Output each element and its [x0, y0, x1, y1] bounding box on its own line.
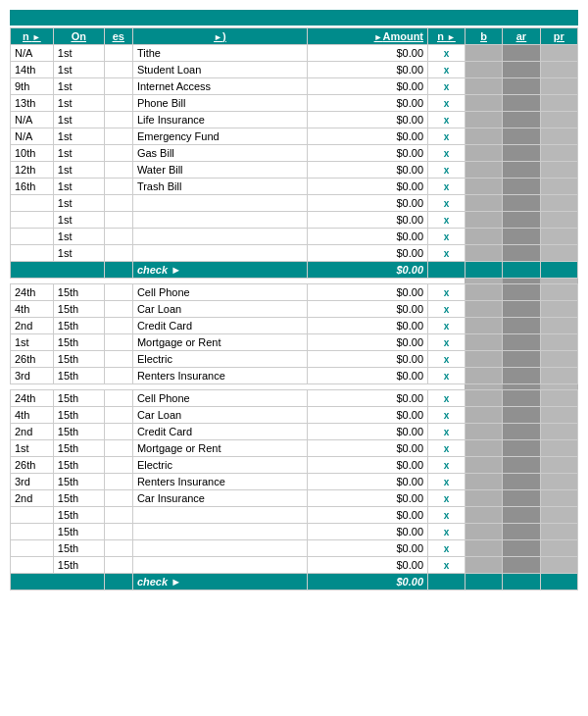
table-row: 2nd 15th Credit Card $0.00 x: [11, 318, 578, 334]
header-es: es: [104, 28, 132, 45]
col-pr: [540, 507, 577, 524]
col-desc: Cell Phone: [132, 284, 307, 301]
col-pr: [540, 440, 577, 457]
col-amount: $0.00: [307, 62, 427, 78]
col-es: [104, 557, 132, 574]
col-es: [104, 507, 132, 524]
col-ar: [503, 407, 540, 424]
table-row: 24th 15th Cell Phone $0.00 x: [11, 390, 578, 407]
col-desc: Water Bill: [132, 162, 307, 179]
col-es: [104, 45, 132, 62]
col-ar: [503, 45, 540, 62]
table-row: 14th 1st Student Loan $0.00 x: [11, 62, 578, 78]
col-desc: [132, 540, 307, 557]
col-amount: $0.00: [307, 557, 427, 574]
col-pr: [540, 351, 577, 368]
header-b: b: [465, 28, 502, 45]
col-n: 9th: [11, 78, 54, 95]
col-desc: Trash Bill: [132, 179, 307, 195]
col-ones: 15th: [53, 440, 104, 457]
table-row: 2nd 15th Car Insurance $0.00 x: [11, 490, 578, 507]
col-ar: [503, 179, 540, 195]
col-ones: 1st: [53, 212, 104, 229]
col-b: [465, 407, 502, 424]
col-es: [104, 212, 132, 229]
col-ar: [503, 128, 540, 145]
col-amount: $0.00: [307, 424, 427, 440]
table-row: 1st 15th Mortgage or Rent $0.00 x: [11, 440, 578, 457]
table-row: 26th 15th Electric $0.00 x: [11, 351, 578, 368]
col-x: x: [428, 62, 466, 78]
x-mark: x: [444, 215, 450, 226]
col-ar: [503, 334, 540, 351]
col-ar: [503, 440, 540, 457]
col-b: [465, 212, 502, 229]
table-row: 1st $0.00 x: [11, 229, 578, 245]
col-b: [465, 390, 502, 407]
col-amount: $0.00: [307, 128, 427, 145]
table-row: 1st $0.00 x: [11, 245, 578, 262]
col-n: 12th: [11, 162, 54, 179]
col-b: [465, 95, 502, 112]
col-ar: [503, 424, 540, 440]
col-n: 16th: [11, 179, 54, 195]
col-pr: [540, 245, 577, 262]
col-amount: $0.00: [307, 490, 427, 507]
table-header: n ► On es ►) ►Amount n ► b ar pr: [11, 28, 578, 45]
table-row: 15th $0.00 x: [11, 524, 578, 540]
col-desc: Car Loan: [132, 301, 307, 318]
col-amount: $0.00: [307, 524, 427, 540]
check-amount-3: $0.00: [307, 574, 427, 590]
col-amount: $0.00: [307, 229, 427, 245]
col-pr: [540, 457, 577, 474]
col-amount: $0.00: [307, 407, 427, 424]
col-ones: 1st: [53, 95, 104, 112]
col-es: [104, 145, 132, 162]
col-n: 26th: [11, 351, 54, 368]
col-desc: Electric: [132, 457, 307, 474]
col-es: [104, 95, 132, 112]
col-x: x: [428, 368, 466, 384]
col-n: [11, 195, 54, 212]
col-ar: [503, 62, 540, 78]
x-mark: x: [444, 443, 450, 454]
col-x: x: [428, 145, 466, 162]
col-pr: [540, 229, 577, 245]
col-x: x: [428, 318, 466, 334]
col-es: [104, 474, 132, 490]
table-row: 15th $0.00 x: [11, 557, 578, 574]
col-es: [104, 351, 132, 368]
col-pr: [540, 474, 577, 490]
col-pr: [540, 390, 577, 407]
col-n: 4th: [11, 301, 54, 318]
col-x: x: [428, 524, 466, 540]
col-n: [11, 557, 54, 574]
col-ar: [503, 145, 540, 162]
col-b: [465, 490, 502, 507]
col-x: x: [428, 195, 466, 212]
x-mark: x: [444, 560, 450, 571]
col-amount: $0.00: [307, 78, 427, 95]
col-b: [465, 62, 502, 78]
col-ones: 1st: [53, 179, 104, 195]
table-row: 9th 1st Internet Access $0.00 x: [11, 78, 578, 95]
col-n: 13th: [11, 95, 54, 112]
col-b: [465, 540, 502, 557]
col-ones: 1st: [53, 145, 104, 162]
col-x: x: [428, 507, 466, 524]
col-amount: $0.00: [307, 368, 427, 384]
x-mark: x: [444, 527, 450, 537]
table-row: 1st $0.00 x: [11, 195, 578, 212]
col-amount: $0.00: [307, 474, 427, 490]
table-row: 12th 1st Water Bill $0.00 x: [11, 162, 578, 179]
x-mark: x: [444, 248, 450, 259]
col-n: 3rd: [11, 368, 54, 384]
col-desc: Mortgage or Rent: [132, 440, 307, 457]
col-b: [465, 229, 502, 245]
col-es: [104, 78, 132, 95]
col-es: [104, 229, 132, 245]
col-x: x: [428, 229, 466, 245]
col-b: [465, 368, 502, 384]
col-amount: $0.00: [307, 45, 427, 62]
col-es: [104, 424, 132, 440]
